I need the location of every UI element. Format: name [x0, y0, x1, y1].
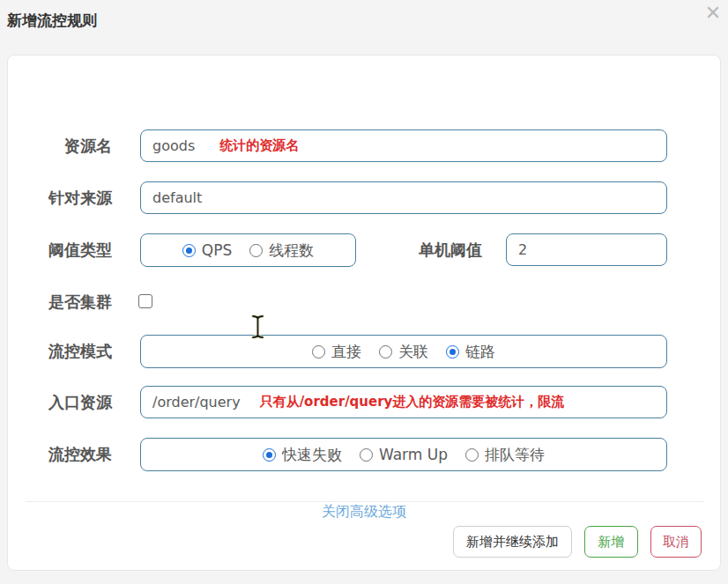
- behavior-option-warm-up[interactable]: Warm Up: [360, 446, 448, 463]
- radio-label: 线程数: [269, 240, 314, 261]
- radio-label: Warm Up: [379, 446, 448, 463]
- resource-value: goods: [152, 137, 195, 154]
- advanced-options-link[interactable]: 关闭高级选项: [8, 503, 720, 521]
- add-and-continue-button[interactable]: 新增并继续添加: [453, 526, 572, 558]
- add-flow-rule-dialog: 新增流控规则 ✕ 资源名 goods 统计的资源名 针对来源 default 阈…: [0, 0, 728, 584]
- radio-label: 链路: [465, 342, 495, 362]
- grade-option-qps[interactable]: QPS: [182, 241, 232, 259]
- radio-icon[interactable]: [465, 448, 479, 462]
- cluster-checkbox[interactable]: [138, 294, 152, 308]
- count-value: 2: [518, 241, 527, 258]
- form-panel: 资源名 goods 统计的资源名 针对来源 default 阈值类型 QPS 线…: [7, 55, 721, 571]
- strategy-option-relate[interactable]: 关联: [379, 342, 428, 362]
- behavior-label: 流控效果: [19, 438, 112, 470]
- resource-hint: 统计的资源名: [219, 137, 299, 154]
- strategy-label: 流控模式: [19, 335, 112, 367]
- resource-label: 资源名: [19, 129, 112, 162]
- grade-radio-group: QPS 线程数: [140, 233, 356, 267]
- radio-icon[interactable]: [182, 244, 196, 257]
- dialog-title: 新增流控规则: [7, 11, 97, 31]
- radio-label: 快速失败: [282, 445, 342, 465]
- cluster-label: 是否集群: [19, 285, 112, 318]
- ref-resource-label: 入口资源: [19, 386, 112, 418]
- behavior-option-queue[interactable]: 排队等待: [465, 445, 545, 465]
- count-label: 单机阈值: [378, 233, 482, 266]
- count-input[interactable]: 2: [506, 233, 667, 266]
- ref-resource-input[interactable]: /order/query 只有从/order/query进入的资源需要被统计，限…: [140, 386, 667, 418]
- close-icon[interactable]: ✕: [702, 2, 724, 25]
- limit-app-value: default: [152, 189, 202, 206]
- resource-input[interactable]: goods 统计的资源名: [140, 129, 667, 162]
- limit-app-input[interactable]: default: [140, 181, 667, 214]
- add-button[interactable]: 新增: [584, 526, 638, 558]
- radio-icon[interactable]: [263, 448, 276, 462]
- text-cursor-icon: [250, 314, 265, 340]
- radio-icon[interactable]: [360, 448, 373, 462]
- ref-resource-hint: 只有从/order/query进入的资源需要被统计，限流: [260, 394, 565, 410]
- cancel-button[interactable]: 取消: [650, 526, 702, 558]
- strategy-option-chain[interactable]: 链路: [446, 342, 495, 362]
- strategy-radio-group: 直接 关联 链路: [140, 335, 667, 368]
- radio-label: 排队等待: [485, 445, 545, 465]
- radio-icon[interactable]: [446, 345, 459, 359]
- grade-option-thread[interactable]: 线程数: [249, 240, 314, 261]
- strategy-option-direct[interactable]: 直接: [312, 342, 361, 362]
- ref-resource-value: /order/query: [152, 394, 241, 410]
- radio-icon[interactable]: [312, 345, 325, 359]
- limit-app-label: 针对来源: [19, 181, 112, 214]
- radio-icon[interactable]: [249, 244, 263, 257]
- radio-label: 关联: [398, 342, 428, 362]
- radio-label: 直接: [331, 342, 361, 362]
- behavior-radio-group: 快速失败 Warm Up 排队等待: [140, 438, 667, 471]
- grade-label: 阈值类型: [19, 233, 112, 266]
- behavior-option-fail-fast[interactable]: 快速失败: [263, 445, 342, 465]
- footer-divider: [26, 501, 704, 502]
- radio-icon[interactable]: [379, 345, 392, 359]
- radio-label: QPS: [202, 241, 232, 259]
